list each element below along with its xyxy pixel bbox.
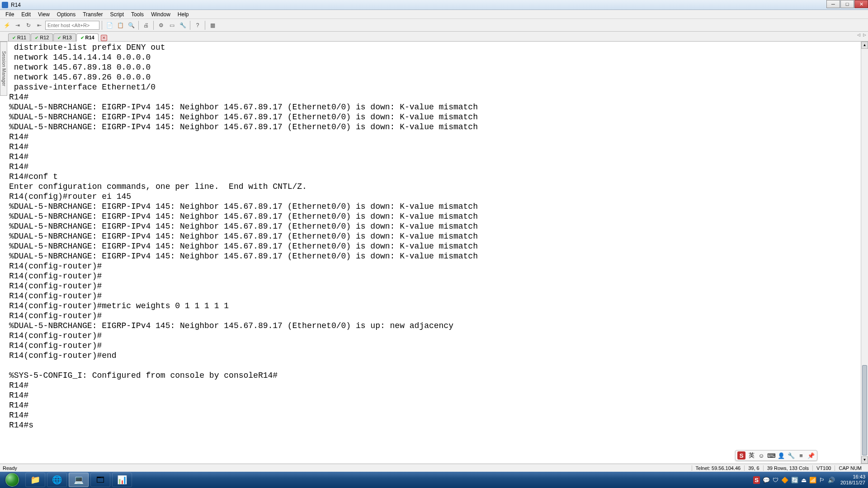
tab-label: R13	[62, 35, 71, 40]
tab-label: R14	[85, 35, 94, 40]
ime-menu-icon[interactable]: ≡	[797, 451, 805, 460]
tile-icon[interactable]: ▦	[208, 20, 217, 30]
status-connection: Telnet: 59.56.104.46	[692, 465, 745, 471]
session-options-icon[interactable]: ▭	[167, 20, 177, 30]
toolbar-separator	[153, 21, 154, 30]
reconnect-icon[interactable]: ↻	[24, 20, 33, 30]
scroll-thumb[interactable]	[862, 365, 867, 455]
tab-r11[interactable]: ✔R11	[8, 33, 30, 41]
status-size: 39 Rows, 133 Cols	[763, 465, 812, 471]
terminal-output[interactable]: distribute-list prefix DENY out network …	[8, 42, 861, 464]
status-cursor: 39, 6	[744, 465, 763, 471]
status-terminal-type: VT100	[812, 465, 835, 471]
titlebar: R14 ─ □ ✕	[0, 0, 868, 10]
copy-icon[interactable]: 📄	[104, 20, 114, 30]
session-tab-bar: ✔R11 ✔R12 ✔R13 ✔R14 ✕ ◁ ▷	[0, 32, 868, 42]
scroll-up-icon[interactable]: ▲	[861, 42, 868, 49]
ime-user-icon[interactable]: 👤	[777, 451, 785, 460]
menu-window[interactable]: Window	[147, 10, 174, 19]
session-manager-tab[interactable]: Session Manager	[0, 42, 7, 96]
check-icon: ✔	[57, 35, 61, 40]
find-icon[interactable]: 🔍	[126, 20, 136, 30]
close-button[interactable]: ✕	[854, 0, 868, 8]
toolbar-separator	[102, 21, 102, 30]
tray-shield-icon[interactable]: 🔶	[781, 477, 788, 483]
check-icon: ✔	[80, 35, 84, 40]
tray-update-icon[interactable]: 🔄	[791, 477, 798, 483]
paste-icon[interactable]: 📋	[115, 20, 125, 30]
tab-prev-icon[interactable]: ◁	[857, 33, 860, 37]
trace-icon[interactable]: 🔧	[178, 20, 188, 30]
check-icon: ✔	[12, 35, 16, 40]
task-app2[interactable]: 📊	[112, 473, 132, 487]
tab-close-button[interactable]: ✕	[101, 35, 107, 41]
start-orb-icon	[5, 473, 19, 487]
taskbar-clock[interactable]: 16:43 2018/11/27	[840, 474, 865, 486]
disconnect-icon[interactable]: ⇤	[34, 20, 44, 30]
tab-nav: ◁ ▷	[857, 33, 866, 37]
tab-label: R11	[17, 35, 26, 40]
app-icon	[2, 2, 8, 8]
ime-keyboard-icon[interactable]: ⌨	[767, 451, 775, 460]
tray-ime-icon[interactable]: S	[753, 476, 760, 484]
tab-r12[interactable]: ✔R12	[31, 33, 53, 41]
menu-view[interactable]: View	[34, 10, 53, 19]
settings-icon[interactable]: ⚙	[156, 20, 166, 30]
menu-edit[interactable]: Edit	[18, 10, 34, 19]
toolbar-separator	[205, 21, 205, 30]
host-input[interactable]	[45, 21, 99, 30]
system-tray: S 💬 🛡 🔶 🔄 ⏏ 📶 🏳 🔊 16:43 2018/11/27	[750, 474, 868, 486]
menu-script[interactable]: Script	[106, 10, 127, 19]
tab-r14[interactable]: ✔R14	[76, 33, 99, 42]
task-explorer[interactable]: 📁	[25, 473, 45, 487]
statusbar: Ready Telnet: 59.56.104.46 39, 6 39 Rows…	[0, 464, 868, 472]
menu-file[interactable]: File	[2, 10, 18, 19]
tray-volume-icon[interactable]: 🔊	[828, 477, 835, 483]
window-title: R14	[11, 2, 21, 8]
ime-sogou-icon[interactable]: S	[737, 451, 745, 460]
task-app1[interactable]: 🗔	[90, 473, 110, 487]
ime-emoji-icon[interactable]: ☺	[757, 451, 765, 460]
menu-options[interactable]: Options	[53, 10, 79, 19]
menu-transfer[interactable]: Transfer	[79, 10, 106, 19]
tab-r13[interactable]: ✔R13	[53, 33, 75, 41]
toolbar: ⚡ ⇥ ↻ ⇤ 📄 📋 🔍 🖨 ⚙ ▭ 🔧 ? ▦	[0, 19, 868, 32]
tray-antivirus-icon[interactable]: 🛡	[773, 477, 778, 483]
connect-icon[interactable]: ⚡	[2, 20, 12, 30]
minimize-button[interactable]: ─	[826, 0, 840, 8]
status-caps-num: CAP NUM	[835, 465, 865, 471]
menubar: File Edit View Options Transfer Script T…	[0, 10, 868, 19]
help-icon[interactable]: ?	[193, 20, 203, 30]
tray-action-center-icon[interactable]: 💬	[763, 477, 770, 483]
tray-network-icon[interactable]: 📶	[809, 477, 816, 483]
tab-next-icon[interactable]: ▷	[863, 33, 866, 37]
quick-connect-icon[interactable]: ⇥	[13, 20, 23, 30]
ime-settings-icon[interactable]: 🔧	[787, 451, 795, 460]
check-icon: ✔	[35, 35, 38, 40]
tab-label: R12	[40, 35, 49, 40]
print-icon[interactable]: 🖨	[141, 20, 151, 30]
menu-tools[interactable]: Tools	[127, 10, 147, 19]
window-controls: ─ □ ✕	[826, 0, 868, 10]
toolbar-separator	[138, 21, 139, 30]
clock-time: 16:43	[840, 474, 865, 480]
clock-date: 2018/11/27	[840, 480, 865, 486]
menu-help[interactable]: Help	[174, 10, 193, 19]
taskbar: 📁 🌐 💻 🗔 📊 S 💬 🛡 🔶 🔄 ⏏ 📶 🏳 🔊 16:43 2018/1…	[0, 472, 868, 488]
start-button[interactable]	[0, 472, 24, 488]
maximize-button[interactable]: □	[840, 0, 854, 8]
ime-lang-icon[interactable]: 英	[747, 451, 755, 460]
ime-pin-icon[interactable]: 📌	[807, 451, 815, 460]
scroll-down-icon[interactable]: ▼	[861, 456, 868, 464]
tray-safe-eject-icon[interactable]: ⏏	[801, 477, 807, 483]
vertical-scrollbar[interactable]: ▲ ▼	[861, 42, 868, 464]
task-securecrt[interactable]: 💻	[69, 473, 89, 487]
task-chrome[interactable]: 🌐	[47, 473, 67, 487]
status-ready: Ready	[3, 465, 692, 471]
tray-flag-icon[interactable]: 🏳	[819, 477, 825, 483]
toolbar-separator	[190, 21, 190, 30]
ime-toolbar[interactable]: S 英 ☺ ⌨ 👤 🔧 ≡ 📌	[735, 450, 817, 461]
